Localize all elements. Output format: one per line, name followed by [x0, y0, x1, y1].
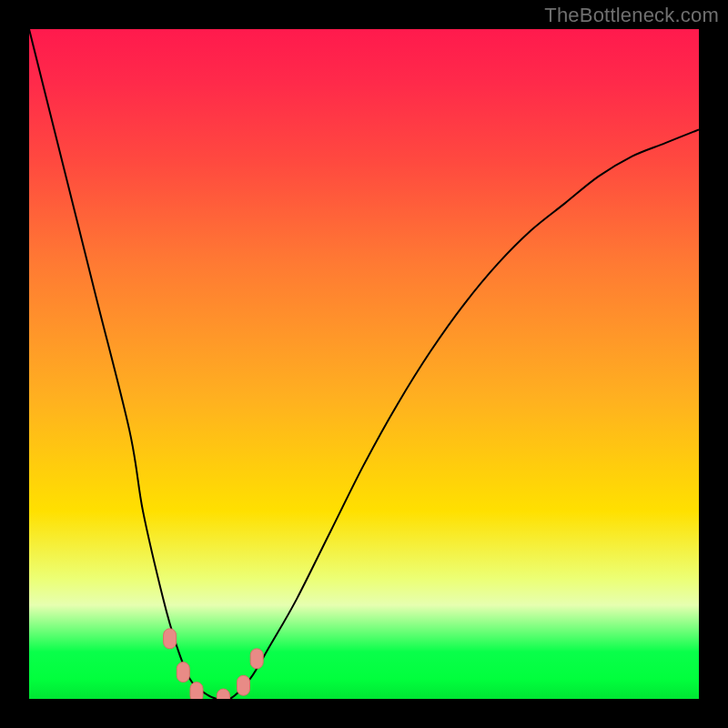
curve-marker — [238, 675, 250, 695]
curve-layer — [29, 29, 699, 699]
curve-marker — [217, 689, 229, 699]
watermark-text: TheBottleneck.com — [544, 4, 719, 27]
chart-frame: TheBottleneck.com — [0, 0, 728, 728]
curve-markers — [164, 629, 264, 699]
curve-marker — [177, 662, 189, 682]
curve-marker — [164, 629, 177, 649]
curve-marker — [250, 649, 263, 669]
curve-marker — [190, 682, 203, 699]
plot-area — [29, 29, 699, 699]
bottleneck-curve — [29, 29, 699, 699]
